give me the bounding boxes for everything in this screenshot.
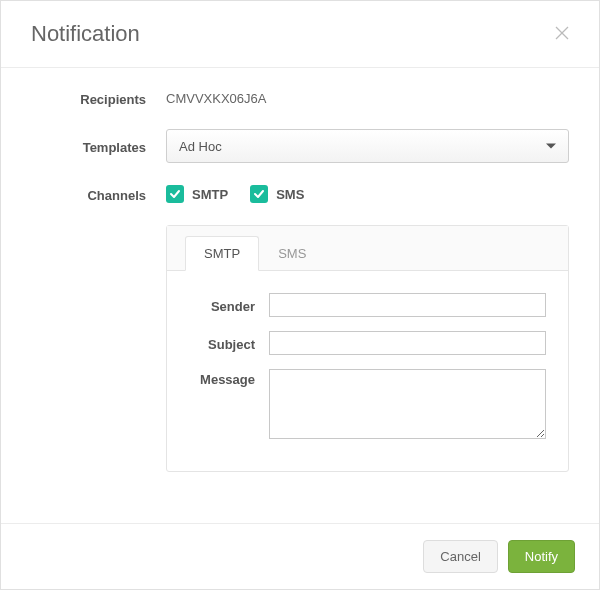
message-textarea[interactable] [269, 369, 546, 439]
channels-checkbox-group: SMTP SMS [166, 185, 569, 203]
notify-button[interactable]: Notify [508, 540, 575, 573]
cancel-button[interactable]: Cancel [423, 540, 497, 573]
channel-tabs-panel: SMTP SMS Sender Subject Message [166, 225, 569, 472]
templates-label: Templates [31, 138, 166, 155]
row-recipients: Recipients CMVVXKX06J6A [31, 90, 569, 107]
cancel-button-label: Cancel [440, 549, 480, 564]
channel-sms-checkbox[interactable]: SMS [250, 185, 304, 203]
message-label: Message [189, 369, 269, 387]
close-icon[interactable] [550, 19, 574, 49]
sender-input[interactable] [269, 293, 546, 317]
templates-select[interactable]: Ad Hoc [166, 129, 569, 163]
checkmark-icon [250, 185, 268, 203]
recipients-label: Recipients [31, 90, 166, 107]
channel-smtp-label: SMTP [192, 187, 228, 202]
notification-modal: Notification Recipients CMVVXKX06J6A Tem… [0, 0, 600, 590]
subject-input[interactable] [269, 331, 546, 355]
tab-sms-label: SMS [278, 246, 306, 261]
row-message: Message [189, 369, 546, 439]
tab-content-smtp: Sender Subject Message [167, 271, 568, 471]
modal-body: Recipients CMVVXKX06J6A Templates Ad Hoc… [1, 68, 599, 523]
row-sender: Sender [189, 293, 546, 317]
subject-label: Subject [189, 334, 269, 352]
row-channels: Channels SMTP SMS [31, 185, 569, 203]
recipients-value: CMVVXKX06J6A [166, 91, 266, 106]
tab-bar: SMTP SMS [167, 226, 568, 271]
modal-title: Notification [31, 21, 140, 47]
modal-footer: Cancel Notify [1, 523, 599, 589]
channel-sms-label: SMS [276, 187, 304, 202]
notify-button-label: Notify [525, 549, 558, 564]
checkmark-icon [166, 185, 184, 203]
chevron-down-icon [546, 144, 556, 149]
row-templates: Templates Ad Hoc [31, 129, 569, 163]
tab-smtp[interactable]: SMTP [185, 236, 259, 271]
sender-label: Sender [189, 296, 269, 314]
templates-selected-value: Ad Hoc [179, 139, 222, 154]
channels-label: Channels [31, 186, 166, 203]
tab-smtp-label: SMTP [204, 246, 240, 261]
row-subject: Subject [189, 331, 546, 355]
modal-header: Notification [1, 1, 599, 68]
channel-smtp-checkbox[interactable]: SMTP [166, 185, 228, 203]
tab-sms[interactable]: SMS [259, 236, 325, 271]
